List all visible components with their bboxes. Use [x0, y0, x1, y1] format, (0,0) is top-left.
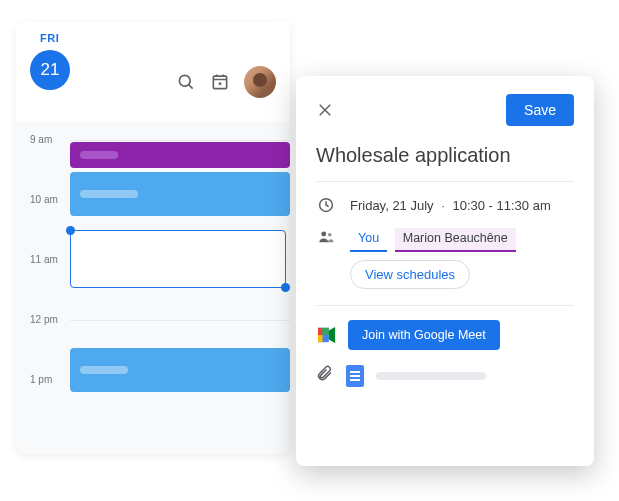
- svg-rect-6: [219, 82, 222, 85]
- avatar[interactable]: [244, 66, 276, 98]
- hour-label: 11 am: [30, 254, 58, 265]
- guest-chips: You Marion Beauchêne: [350, 230, 520, 245]
- day-of-week-label: FRI: [40, 32, 276, 44]
- google-doc-icon[interactable]: [346, 365, 364, 387]
- event-title-placeholder: [80, 190, 138, 198]
- event-title-placeholder: [80, 366, 128, 374]
- people-icon: [316, 228, 336, 246]
- divider: [316, 305, 574, 306]
- calendar-event-blue[interactable]: [70, 172, 290, 216]
- calendar-hour-grid[interactable]: 9 am 10 am 11 am 12 pm 1 pm: [16, 122, 290, 452]
- hour-label: 9 am: [30, 134, 52, 145]
- popover-header: Save: [316, 94, 574, 126]
- grid-line: [70, 320, 290, 321]
- event-guests-row[interactable]: You Marion Beauchêne: [316, 228, 574, 246]
- calendar-event-being-created[interactable]: [70, 230, 286, 288]
- separator: ·: [441, 198, 445, 213]
- hour-label: 1 pm: [30, 374, 52, 385]
- event-details-popover: Save Wholesale application Friday, 21 Ju…: [296, 76, 594, 466]
- hour-label: 12 pm: [30, 314, 58, 325]
- calendar-event-blue[interactable]: [70, 348, 290, 392]
- google-meet-icon: [316, 326, 338, 344]
- attachment-row[interactable]: [316, 364, 574, 388]
- event-title-input[interactable]: Wholesale application: [316, 144, 574, 167]
- google-meet-row: Join with Google Meet: [316, 320, 574, 350]
- calendar-header: FRI 21: [16, 22, 290, 122]
- paperclip-icon: [316, 364, 334, 388]
- today-calendar-icon[interactable]: [210, 72, 230, 92]
- event-title-placeholder: [80, 151, 118, 159]
- calendar-toolbar: [176, 66, 276, 98]
- event-time-text: Friday, 21 July · 10:30 - 11:30 am: [350, 198, 551, 213]
- event-date: Friday, 21 July: [350, 198, 434, 213]
- event-time-range: 10:30 - 11:30 am: [452, 198, 550, 213]
- search-icon[interactable]: [176, 72, 196, 92]
- hour-label: 10 am: [30, 194, 58, 205]
- join-google-meet-button[interactable]: Join with Google Meet: [348, 320, 500, 350]
- calendar-day-panel: FRI 21 9 am 10 am: [16, 22, 290, 454]
- save-button[interactable]: Save: [506, 94, 574, 126]
- guest-chip-you[interactable]: You: [350, 228, 387, 252]
- resize-handle-bottom[interactable]: [281, 283, 290, 292]
- svg-point-11: [328, 233, 332, 237]
- svg-point-0: [179, 75, 190, 86]
- calendar-event-purple[interactable]: [70, 142, 290, 168]
- svg-rect-2: [213, 76, 226, 89]
- close-icon[interactable]: [316, 101, 334, 119]
- day-number-badge[interactable]: 21: [30, 50, 70, 90]
- event-time-row[interactable]: Friday, 21 July · 10:30 - 11:30 am: [316, 196, 574, 214]
- divider: [316, 181, 574, 182]
- attachment-title-placeholder: [376, 372, 486, 380]
- svg-point-10: [321, 232, 326, 237]
- svg-line-1: [189, 85, 193, 89]
- view-schedules-button[interactable]: View schedules: [350, 260, 470, 289]
- grid-line: [70, 140, 290, 141]
- clock-icon: [316, 196, 336, 214]
- resize-handle-top[interactable]: [66, 226, 75, 235]
- guest-chip-marion[interactable]: Marion Beauchêne: [395, 228, 516, 252]
